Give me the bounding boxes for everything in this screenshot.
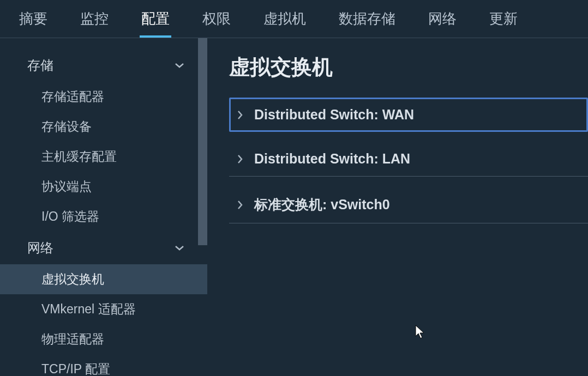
switch-label: Distributed Switch: WAN bbox=[254, 107, 414, 123]
switch-item-wan[interactable]: Distributed Switch: WAN bbox=[229, 98, 588, 132]
chevron-down-icon bbox=[173, 242, 185, 254]
chevron-down-icon bbox=[173, 59, 185, 71]
switch-label: 标准交换机: vSwitch0 bbox=[254, 196, 390, 214]
tab-monitor[interactable]: 监控 bbox=[72, 0, 117, 38]
tab-updates[interactable]: 更新 bbox=[481, 0, 526, 38]
sidebar-item-storage-devices[interactable]: 存储设备 bbox=[0, 112, 207, 142]
tab-networks[interactable]: 网络 bbox=[420, 0, 465, 38]
switch-item-vswitch0[interactable]: 标准交换机: vSwitch0 bbox=[229, 186, 588, 223]
tab-vms[interactable]: 虚拟机 bbox=[255, 0, 314, 38]
sidebar-section-networking[interactable]: 网络 bbox=[0, 232, 207, 264]
content-area: 虚拟交换机 Distributed Switch: WAN Distribute… bbox=[207, 38, 588, 376]
main-container: 存储 存储适配器 存储设备 主机缓存配置 协议端点 I/O 筛选器 网络 虚拟交… bbox=[0, 38, 588, 376]
sidebar-item-protocol-endpoints[interactable]: 协议端点 bbox=[0, 172, 207, 202]
sidebar-item-host-cache[interactable]: 主机缓存配置 bbox=[0, 142, 207, 172]
tab-summary[interactable]: 摘要 bbox=[11, 0, 56, 38]
sidebar-item-vmkernel-adapters[interactable]: VMkernel 适配器 bbox=[0, 294, 207, 324]
tab-permissions[interactable]: 权限 bbox=[194, 0, 239, 38]
sidebar-section-label: 存储 bbox=[27, 57, 53, 74]
tabs-bar: 摘要 监控 配置 权限 虚拟机 数据存储 网络 更新 bbox=[0, 0, 588, 38]
chevron-right-icon bbox=[236, 155, 244, 163]
sidebar-section-label: 网络 bbox=[27, 239, 53, 257]
sidebar-item-tcpip-config[interactable]: TCP/IP 配置 bbox=[0, 354, 207, 376]
switch-label: Distributed Switch: LAN bbox=[254, 151, 410, 167]
tab-datastores[interactable]: 数据存储 bbox=[331, 0, 404, 38]
sidebar-item-storage-adapters[interactable]: 存储适配器 bbox=[0, 82, 207, 112]
sidebar: 存储 存储适配器 存储设备 主机缓存配置 协议端点 I/O 筛选器 网络 虚拟交… bbox=[0, 38, 207, 376]
sidebar-section-storage[interactable]: 存储 bbox=[0, 49, 207, 82]
sidebar-item-io-filters[interactable]: I/O 筛选器 bbox=[0, 202, 207, 232]
tab-configure[interactable]: 配置 bbox=[133, 0, 178, 38]
page-title: 虚拟交换机 bbox=[229, 53, 588, 81]
switch-item-lan[interactable]: Distributed Switch: LAN bbox=[229, 142, 588, 177]
sidebar-item-virtual-switches[interactable]: 虚拟交换机 bbox=[0, 264, 207, 294]
chevron-right-icon bbox=[236, 111, 244, 119]
sidebar-item-physical-adapters[interactable]: 物理适配器 bbox=[0, 324, 207, 354]
scrollbar[interactable] bbox=[198, 38, 207, 245]
chevron-right-icon bbox=[236, 201, 244, 209]
switch-list: Distributed Switch: WAN Distributed Swit… bbox=[229, 98, 588, 223]
